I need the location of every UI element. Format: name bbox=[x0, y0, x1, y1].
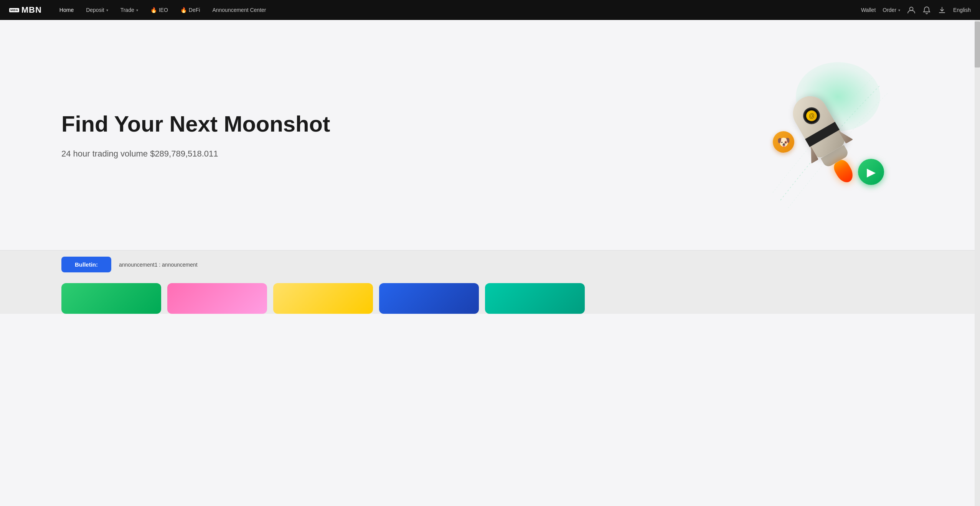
download-icon[interactable] bbox=[938, 6, 946, 14]
nav-link-defi[interactable]: 🔥 DeFi bbox=[175, 5, 206, 15]
scrollbar-thumb[interactable] bbox=[975, 21, 980, 68]
bulletin-text: announcement1 : announcement bbox=[119, 262, 198, 268]
wallet-link[interactable]: Wallet bbox=[861, 7, 876, 13]
deposit-dropdown-icon: ▾ bbox=[106, 8, 108, 12]
language-selector[interactable]: English bbox=[953, 7, 971, 13]
hero-title: Find Your Next Moonshot bbox=[61, 111, 727, 137]
rocket-window: @ bbox=[800, 104, 823, 127]
user-icon[interactable] bbox=[907, 6, 916, 14]
rocket-window-inner: @ bbox=[804, 109, 819, 123]
cards-row bbox=[0, 279, 980, 314]
hero-visual: @ 🐶 ▶ bbox=[727, 51, 919, 219]
nav-link-home[interactable]: Home bbox=[54, 5, 79, 15]
nav-right: Wallet Order ▾ English bbox=[861, 6, 971, 14]
trade-dropdown-icon: ▾ bbox=[136, 8, 138, 12]
nav-link-ieo[interactable]: 🔥 IEO bbox=[145, 5, 173, 15]
card-thumb-5[interactable] bbox=[485, 283, 585, 314]
rocket-fin-left bbox=[803, 146, 818, 164]
bulletin-bar: Bulletin: announcement1 : announcement bbox=[0, 250, 980, 279]
rocket-stripe bbox=[805, 122, 840, 147]
card-thumb-2[interactable] bbox=[167, 283, 267, 314]
nav-link-announcement[interactable]: Announcement Center bbox=[207, 5, 271, 15]
hero-subtitle: 24 hour trading volume $289,789,518.011 bbox=[61, 149, 727, 159]
coin-shiba: 🐶 bbox=[773, 131, 794, 153]
navbar: MBN MBN Home Deposit ▾ Trade ▾ 🔥 IEO 🔥 D… bbox=[0, 0, 980, 20]
bulletin-badge: Bulletin: bbox=[61, 257, 111, 272]
coin-green: ▶ bbox=[858, 159, 884, 185]
brand-logo[interactable]: MBN MBN bbox=[9, 5, 42, 15]
brand-name: MBN bbox=[21, 5, 42, 15]
rocket-window-spiral: @ bbox=[807, 111, 816, 120]
card-thumb-4[interactable] bbox=[379, 283, 479, 314]
order-dropdown-icon: ▾ bbox=[898, 8, 900, 12]
brand-badge: MBN bbox=[9, 8, 19, 12]
notification-icon[interactable] bbox=[922, 6, 931, 14]
hero-content: Find Your Next Moonshot 24 hour trading … bbox=[61, 111, 727, 159]
nav-link-deposit[interactable]: Deposit ▾ bbox=[81, 5, 113, 15]
order-link[interactable]: Order ▾ bbox=[883, 7, 900, 13]
hero-section: Find Your Next Moonshot 24 hour trading … bbox=[0, 20, 980, 250]
card-thumb-1[interactable] bbox=[61, 283, 161, 314]
nav-link-trade[interactable]: Trade ▾ bbox=[115, 5, 144, 15]
card-thumb-3[interactable] bbox=[273, 283, 373, 314]
rocket-illustration: @ 🐶 ▶ bbox=[757, 54, 888, 216]
nav-links: Home Deposit ▾ Trade ▾ 🔥 IEO 🔥 DeFi Anno… bbox=[54, 5, 861, 15]
scrollbar[interactable] bbox=[975, 20, 980, 314]
